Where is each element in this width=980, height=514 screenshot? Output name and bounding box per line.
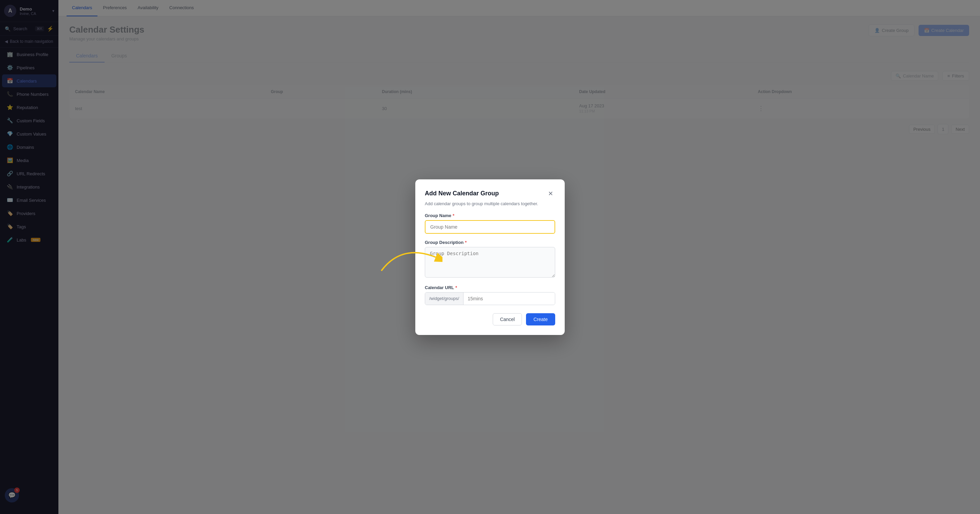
- group-name-label: Group Name *: [425, 213, 555, 218]
- group-description-field: Group Description *: [425, 240, 555, 279]
- group-description-label: Group Description *: [425, 240, 555, 245]
- required-indicator-3: *: [455, 285, 457, 290]
- close-button[interactable]: ✕: [546, 189, 555, 198]
- calendar-url-field: Calendar URL * /widget/groups/: [425, 285, 555, 305]
- group-name-input[interactable]: [425, 220, 555, 234]
- calendar-url-label: Calendar URL *: [425, 285, 555, 290]
- cancel-button[interactable]: Cancel: [493, 313, 522, 326]
- url-prefix: /widget/groups/: [425, 292, 463, 305]
- required-indicator: *: [453, 213, 454, 218]
- modal-header: Add New Calendar Group ✕: [425, 189, 555, 198]
- modal-subtitle: Add calendar groups to group multiple ca…: [425, 201, 555, 206]
- modal-overlay: Add New Calendar Group ✕ Add calendar gr…: [0, 0, 980, 514]
- modal-footer: Cancel Create: [425, 313, 555, 326]
- group-name-field: Group Name *: [425, 213, 555, 234]
- required-indicator-2: *: [465, 240, 466, 245]
- add-calendar-group-modal: Add New Calendar Group ✕ Add calendar gr…: [415, 179, 565, 335]
- group-description-input[interactable]: [425, 247, 555, 278]
- create-button[interactable]: Create: [526, 313, 555, 326]
- url-input[interactable]: [463, 292, 555, 305]
- modal-title: Add New Calendar Group: [425, 190, 499, 197]
- url-field-wrapper: /widget/groups/: [425, 292, 555, 305]
